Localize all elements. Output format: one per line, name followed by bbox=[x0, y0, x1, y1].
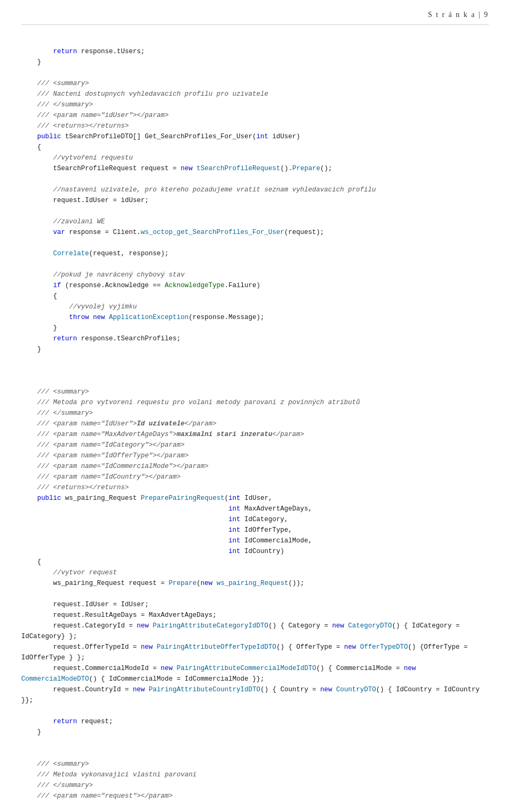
page-num-value: 9 bbox=[484, 11, 489, 19]
page-container: S t r á n k a | 9 return response.tUsers… bbox=[0, 0, 510, 812]
page-number: S t r á n k a | 9 bbox=[428, 11, 489, 19]
page-label: S t r á n k a bbox=[428, 11, 475, 19]
code-block: return response.tUsers; } /// <summary> … bbox=[21, 36, 489, 812]
page-header: S t r á n k a | 9 bbox=[21, 11, 489, 25]
